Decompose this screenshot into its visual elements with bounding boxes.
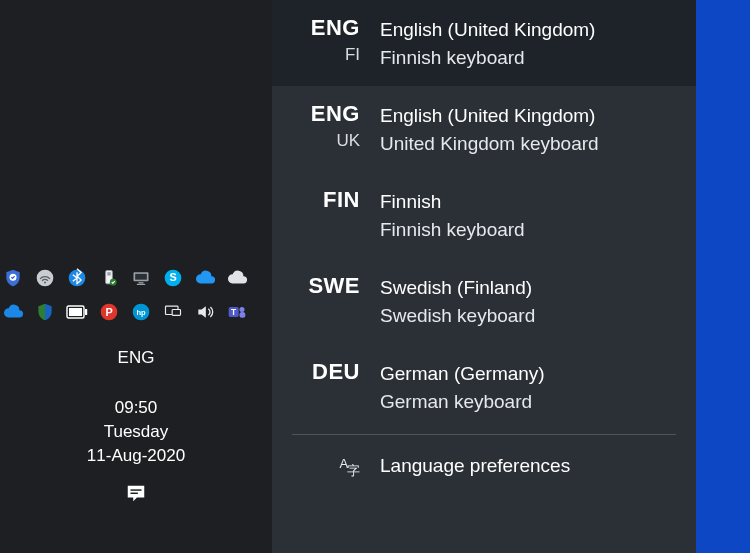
security-shield-icon[interactable] (34, 301, 56, 323)
display-settings-icon[interactable] (162, 301, 184, 323)
action-center-button[interactable] (0, 478, 272, 508)
system-tray-panel: S P hp (0, 0, 272, 553)
language-text-column: English (United Kingdom)United Kingdom k… (366, 101, 599, 157)
skype-icon[interactable]: S (162, 267, 184, 289)
language-text-column: German (Germany)German keyboard (366, 359, 545, 415)
volume-icon[interactable] (194, 301, 216, 323)
svg-rect-15 (69, 308, 82, 316)
cloud-blue-icon[interactable] (194, 267, 216, 289)
language-code: ENG (292, 101, 360, 127)
language-name: English (United Kingdom) (380, 103, 599, 129)
wifi-icon[interactable] (34, 267, 56, 289)
monitor-icon[interactable] (130, 267, 152, 289)
language-code: ENG (292, 15, 360, 41)
teams-icon[interactable]: T (226, 301, 248, 323)
language-option[interactable]: ENGFIEnglish (United Kingdom)Finnish key… (272, 0, 696, 86)
svg-rect-26 (131, 489, 142, 490)
onedrive-icon[interactable] (2, 301, 24, 323)
taskbar-clock[interactable]: 09:50 Tuesday 11-Aug-2020 (0, 396, 272, 468)
language-name: English (United Kingdom) (380, 17, 595, 43)
clock-time: 09:50 (0, 396, 272, 420)
input-language-flyout: ENGFIEnglish (United Kingdom)Finnish key… (272, 0, 696, 553)
tray-row-1: S (2, 266, 262, 290)
language-code-column: SWE (292, 273, 366, 299)
hp-icon[interactable]: hp (130, 301, 152, 323)
keyboard-name: United Kingdom keyboard (380, 131, 599, 157)
language-name: German (Germany) (380, 361, 545, 387)
language-preferences-label: Language preferences (366, 455, 570, 477)
language-code: FIN (292, 187, 360, 213)
svg-point-24 (240, 307, 245, 312)
svg-point-2 (44, 282, 46, 284)
clock-day: Tuesday (0, 420, 272, 444)
cloud-grey-icon[interactable] (226, 267, 248, 289)
language-option[interactable]: FINFinnishFinnish keyboard (272, 172, 696, 258)
tray-row-2: P hp T (2, 300, 262, 324)
language-code-column: ENGUK (292, 101, 366, 153)
language-option[interactable]: SWESwedish (Finland)Swedish keyboard (272, 258, 696, 344)
bluetooth-icon[interactable] (66, 267, 88, 289)
p-app-icon[interactable]: P (98, 301, 120, 323)
tray-icon-grid: S P hp (2, 266, 262, 324)
language-code-column: DEU (292, 359, 366, 385)
language-text-column: English (United Kingdom)Finnish keyboard (366, 15, 595, 71)
shield-update-icon[interactable] (2, 267, 24, 289)
language-text-column: Swedish (Finland)Swedish keyboard (366, 273, 535, 329)
language-prefs-icon: A字 (292, 453, 366, 479)
keyboard-name: Finnish keyboard (380, 217, 525, 243)
keyboard-subcode: UK (292, 129, 360, 153)
svg-rect-25 (240, 312, 246, 318)
language-code-column: ENGFI (292, 15, 366, 67)
svg-rect-14 (85, 309, 87, 315)
svg-text:T: T (231, 307, 236, 317)
language-list: ENGFIEnglish (United Kingdom)Finnish key… (272, 0, 696, 430)
svg-rect-21 (172, 310, 180, 316)
clock-date: 11-Aug-2020 (0, 444, 272, 468)
language-code: DEU (292, 359, 360, 385)
svg-rect-5 (107, 272, 110, 275)
keyboard-subcode: FI (292, 43, 360, 67)
svg-text:S: S (169, 271, 176, 283)
svg-rect-8 (135, 274, 147, 280)
svg-text:字: 字 (347, 463, 360, 478)
keyboard-name: Swedish keyboard (380, 303, 535, 329)
usb-eject-icon[interactable] (98, 267, 120, 289)
language-code: SWE (292, 273, 360, 299)
language-option[interactable]: ENGUKEnglish (United Kingdom)United King… (272, 86, 696, 172)
language-name: Finnish (380, 189, 525, 215)
keyboard-name: Finnish keyboard (380, 45, 595, 71)
svg-rect-27 (131, 493, 138, 494)
language-preferences-link[interactable]: A字 Language preferences (272, 435, 696, 497)
keyboard-name: German keyboard (380, 389, 545, 415)
svg-text:hp: hp (136, 308, 146, 317)
battery-icon[interactable] (66, 301, 88, 323)
language-option[interactable]: DEUGerman (Germany)German keyboard (272, 344, 696, 430)
language-name: Swedish (Finland) (380, 275, 535, 301)
svg-text:P: P (105, 306, 112, 318)
svg-rect-9 (139, 282, 144, 283)
svg-point-1 (37, 270, 54, 287)
svg-rect-10 (137, 284, 145, 285)
current-input-language[interactable]: ENG (0, 348, 272, 368)
language-code-column: FIN (292, 187, 366, 213)
language-text-column: FinnishFinnish keyboard (366, 187, 525, 243)
